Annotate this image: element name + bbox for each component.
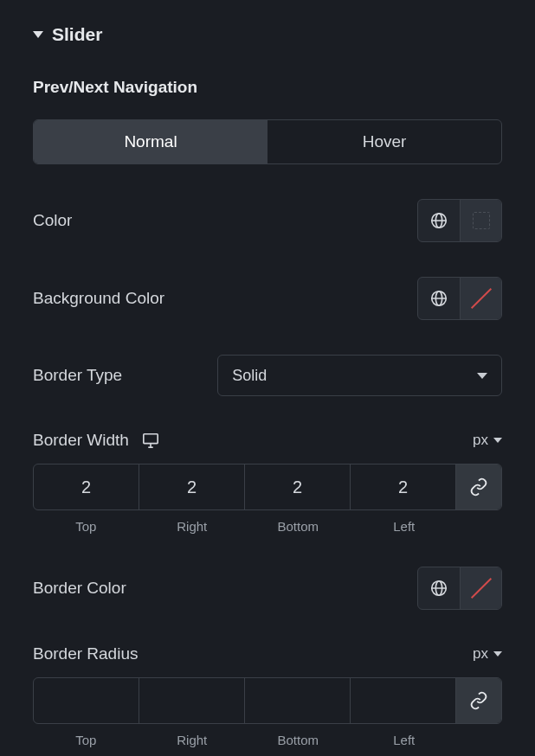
globe-icon bbox=[429, 211, 448, 230]
border-width-top-input[interactable]: 2 bbox=[34, 464, 139, 509]
no-color-icon bbox=[470, 578, 491, 599]
bgcolor-global-button[interactable] bbox=[418, 278, 460, 319]
no-color-icon bbox=[470, 288, 491, 309]
empty-swatch-icon bbox=[473, 212, 490, 229]
border-width-unit-select[interactable]: px bbox=[473, 432, 502, 449]
label-left: Left bbox=[351, 733, 458, 747]
row-border-radius-header: Border Radius px bbox=[33, 644, 502, 663]
color-global-button[interactable] bbox=[418, 200, 460, 241]
responsive-toggle[interactable] bbox=[141, 432, 160, 449]
subsection-title: Prev/Next Navigation bbox=[33, 78, 502, 97]
chevron-down-icon bbox=[493, 651, 502, 657]
border-radius-bottom-input[interactable] bbox=[245, 678, 351, 723]
caret-down-icon bbox=[33, 31, 43, 38]
label-top: Top bbox=[33, 519, 139, 534]
border-radius-link-toggle[interactable] bbox=[456, 678, 501, 723]
border-radius-top-input[interactable] bbox=[34, 678, 139, 723]
row-background-color: Background Color bbox=[33, 277, 502, 320]
bordercolor-swatch-button[interactable] bbox=[460, 567, 501, 609]
border-radius-right-input[interactable] bbox=[139, 678, 245, 723]
link-icon bbox=[469, 477, 488, 497]
border-width-labels: Top Right Bottom Left bbox=[33, 519, 502, 534]
chevron-down-icon bbox=[493, 438, 502, 443]
row-border-color: Border Color bbox=[33, 567, 502, 610]
chevron-down-icon bbox=[477, 373, 487, 379]
label-border-color: Border Color bbox=[33, 579, 126, 598]
svg-rect-6 bbox=[144, 434, 158, 444]
border-width-inputs: 2 2 2 2 bbox=[33, 464, 502, 510]
state-tabs: Normal Hover bbox=[33, 119, 502, 164]
row-border-type: Border Type Solid bbox=[33, 355, 502, 396]
tab-normal[interactable]: Normal bbox=[34, 120, 268, 163]
label-top: Top bbox=[33, 733, 139, 747]
border-type-select[interactable]: Solid bbox=[217, 355, 502, 396]
bordercolor-global-button[interactable] bbox=[418, 567, 460, 609]
row-border-width-header: Border Width px bbox=[33, 431, 502, 450]
border-type-value: Solid bbox=[232, 367, 267, 385]
tab-hover[interactable]: Hover bbox=[268, 120, 501, 163]
label-bottom: Bottom bbox=[245, 733, 351, 747]
desktop-icon bbox=[141, 432, 160, 449]
label-color: Color bbox=[33, 211, 72, 230]
bordercolor-control-group bbox=[417, 567, 502, 610]
color-swatch-button[interactable] bbox=[460, 200, 501, 241]
label-right: Right bbox=[139, 733, 246, 747]
border-width-bottom-input[interactable]: 2 bbox=[245, 464, 351, 509]
globe-icon bbox=[429, 289, 448, 308]
border-width-unit: px bbox=[473, 432, 488, 449]
link-icon bbox=[469, 691, 488, 710]
border-width-left-input[interactable]: 2 bbox=[351, 464, 456, 509]
section-title: Slider bbox=[52, 24, 102, 45]
label-border-type: Border Type bbox=[33, 366, 122, 385]
label-border-width: Border Width bbox=[33, 431, 129, 450]
label-bottom: Bottom bbox=[245, 519, 351, 534]
border-width-right-input[interactable]: 2 bbox=[139, 464, 245, 509]
label-border-radius: Border Radius bbox=[33, 644, 138, 663]
bgcolor-swatch-button[interactable] bbox=[460, 278, 501, 319]
bgcolor-control-group bbox=[417, 277, 502, 320]
row-color: Color bbox=[33, 199, 502, 242]
border-radius-left-input[interactable] bbox=[351, 678, 456, 723]
section-toggle-slider[interactable]: Slider bbox=[33, 24, 502, 45]
label-left: Left bbox=[351, 519, 458, 534]
border-width-link-toggle[interactable] bbox=[456, 464, 501, 509]
label-background-color: Background Color bbox=[33, 289, 164, 308]
border-radius-labels: Top Right Bottom Left bbox=[33, 733, 502, 747]
border-radius-unit: px bbox=[473, 645, 488, 663]
label-right: Right bbox=[139, 519, 246, 534]
globe-icon bbox=[429, 579, 448, 598]
border-radius-unit-select[interactable]: px bbox=[473, 645, 502, 663]
color-control-group bbox=[417, 199, 502, 242]
border-radius-inputs bbox=[33, 677, 502, 724]
